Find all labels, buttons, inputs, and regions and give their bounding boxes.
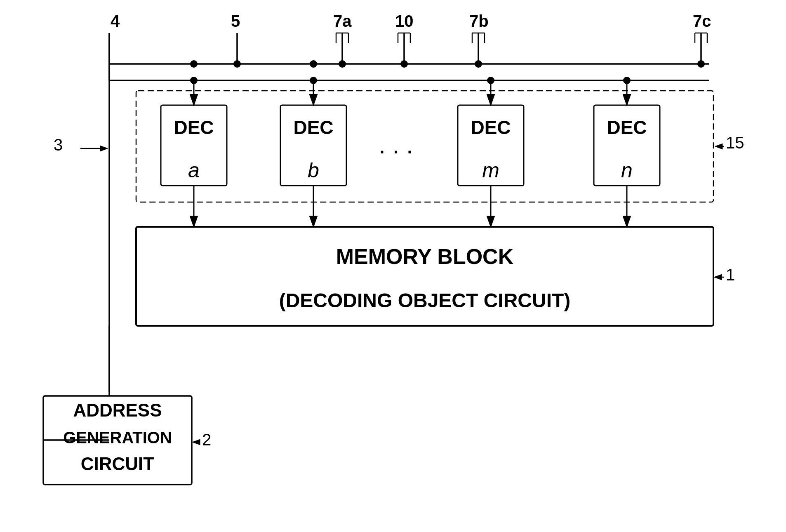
label-4: 4	[111, 12, 120, 30]
dec-n-label: DEC	[607, 117, 647, 138]
label-5: 5	[231, 12, 240, 30]
svg-point-56	[310, 60, 317, 68]
svg-point-55	[190, 60, 198, 68]
dec-m-sublabel: m	[482, 159, 499, 182]
label-3: 3	[54, 136, 63, 154]
label-7b: 7b	[469, 12, 489, 30]
label-7c: 7c	[693, 12, 711, 30]
memory-block-line1: MEMORY BLOCK	[336, 245, 514, 268]
svg-point-7	[233, 60, 241, 68]
dots-label: · · ·	[379, 137, 413, 164]
address-gen-line1: ADDRESS	[73, 400, 162, 420]
dec-a-label: DEC	[174, 117, 214, 138]
label-10: 10	[395, 12, 414, 30]
svg-point-9	[339, 60, 346, 68]
svg-point-24	[697, 60, 705, 68]
label-2: 2	[202, 431, 211, 449]
svg-point-19	[475, 60, 482, 68]
dec-m-label: DEC	[471, 117, 511, 138]
dec-b-sublabel: b	[308, 159, 319, 182]
dec-b-label: DEC	[293, 117, 333, 138]
memory-block-line2: (DECODING OBJECT CIRCUIT)	[279, 290, 571, 311]
dec-a-sublabel: a	[188, 159, 200, 182]
svg-point-14	[400, 60, 408, 68]
dec-n-sublabel: n	[621, 159, 633, 182]
label-7a: 7a	[333, 12, 352, 30]
address-gen-line3: CIRCUIT	[81, 454, 155, 474]
address-gen-line2: GENERATION	[63, 428, 172, 447]
label-1: 1	[726, 266, 735, 284]
label-15: 15	[726, 134, 744, 152]
circuit-diagram: 4 5 7a 10 7b 7c	[0, 0, 786, 532]
